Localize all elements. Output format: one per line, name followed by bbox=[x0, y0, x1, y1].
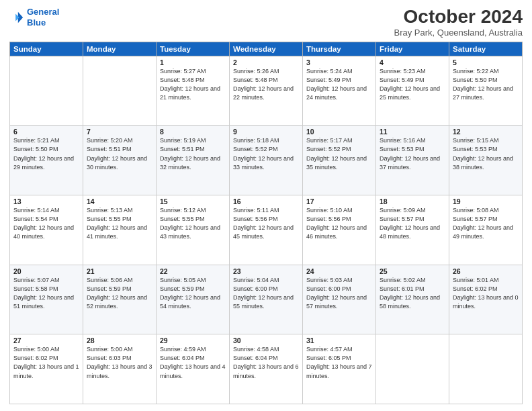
day-detail: Sunrise: 5:21 AM Sunset: 5:50 PM Dayligh… bbox=[13, 136, 79, 171]
day-detail: Sunrise: 5:00 AM Sunset: 6:03 PM Dayligh… bbox=[87, 345, 152, 380]
day-detail: Sunrise: 5:27 AM Sunset: 5:48 PM Dayligh… bbox=[160, 67, 226, 102]
day-number: 25 bbox=[380, 267, 445, 275]
day-cell: 14Sunrise: 5:13 AM Sunset: 5:55 PM Dayli… bbox=[83, 195, 157, 265]
week-row-2: 6Sunrise: 5:21 AM Sunset: 5:50 PM Daylig… bbox=[10, 126, 523, 195]
day-detail: Sunrise: 5:09 AM Sunset: 5:57 PM Dayligh… bbox=[380, 206, 445, 241]
week-row-5: 27Sunrise: 5:00 AM Sunset: 6:02 PM Dayli… bbox=[10, 334, 523, 404]
calendar-table: SundayMondayTuesdayWednesdayThursdayFrid… bbox=[9, 42, 523, 404]
week-row-3: 13Sunrise: 5:14 AM Sunset: 5:54 PM Dayli… bbox=[10, 195, 523, 265]
day-cell bbox=[376, 334, 449, 404]
week-row-1: 1Sunrise: 5:27 AM Sunset: 5:48 PM Daylig… bbox=[10, 56, 523, 126]
day-number: 21 bbox=[87, 267, 152, 275]
logo-icon bbox=[9, 10, 24, 25]
day-number: 10 bbox=[306, 128, 372, 136]
day-cell: 23Sunrise: 5:04 AM Sunset: 6:00 PM Dayli… bbox=[230, 265, 303, 334]
day-detail: Sunrise: 5:17 AM Sunset: 5:52 PM Dayligh… bbox=[306, 136, 372, 171]
title-block: October 2024 Bray Park, Queensland, Aust… bbox=[394, 7, 523, 38]
week-row-4: 20Sunrise: 5:07 AM Sunset: 5:58 PM Dayli… bbox=[10, 265, 523, 334]
day-detail: Sunrise: 5:00 AM Sunset: 6:02 PM Dayligh… bbox=[13, 345, 79, 380]
weekday-friday: Friday bbox=[376, 42, 449, 56]
day-number: 1 bbox=[160, 58, 226, 66]
location: Bray Park, Queensland, Australia bbox=[394, 28, 523, 38]
day-cell: 17Sunrise: 5:10 AM Sunset: 5:56 PM Dayli… bbox=[303, 195, 376, 265]
day-number: 29 bbox=[160, 336, 226, 345]
day-detail: Sunrise: 5:16 AM Sunset: 5:53 PM Dayligh… bbox=[380, 136, 445, 171]
day-detail: Sunrise: 4:59 AM Sunset: 6:04 PM Dayligh… bbox=[160, 345, 226, 380]
day-detail: Sunrise: 5:18 AM Sunset: 5:52 PM Dayligh… bbox=[233, 136, 299, 171]
day-number: 22 bbox=[160, 267, 226, 275]
day-detail: Sunrise: 5:14 AM Sunset: 5:54 PM Dayligh… bbox=[13, 206, 79, 241]
day-detail: Sunrise: 5:01 AM Sunset: 6:02 PM Dayligh… bbox=[453, 276, 519, 311]
day-number: 2 bbox=[233, 58, 299, 66]
day-detail: Sunrise: 5:07 AM Sunset: 5:58 PM Dayligh… bbox=[13, 276, 79, 311]
day-detail: Sunrise: 5:22 AM Sunset: 5:50 PM Dayligh… bbox=[453, 67, 519, 102]
day-number: 6 bbox=[13, 128, 79, 136]
day-number: 3 bbox=[306, 58, 372, 66]
logo: General Blue bbox=[9, 7, 59, 28]
day-cell: 13Sunrise: 5:14 AM Sunset: 5:54 PM Dayli… bbox=[10, 195, 83, 265]
day-cell: 25Sunrise: 5:02 AM Sunset: 6:01 PM Dayli… bbox=[376, 265, 449, 334]
day-cell: 1Sunrise: 5:27 AM Sunset: 5:48 PM Daylig… bbox=[157, 56, 230, 126]
day-cell: 16Sunrise: 5:11 AM Sunset: 5:56 PM Dayli… bbox=[230, 195, 303, 265]
day-detail: Sunrise: 5:06 AM Sunset: 5:59 PM Dayligh… bbox=[87, 276, 152, 311]
weekday-sunday: Sunday bbox=[10, 42, 83, 56]
day-cell: 28Sunrise: 5:00 AM Sunset: 6:03 PM Dayli… bbox=[83, 334, 157, 404]
day-cell bbox=[449, 334, 523, 404]
logo-line2: Blue bbox=[27, 17, 46, 28]
weekday-wednesday: Wednesday bbox=[230, 42, 303, 56]
day-detail: Sunrise: 5:15 AM Sunset: 5:53 PM Dayligh… bbox=[453, 136, 519, 171]
day-cell: 11Sunrise: 5:16 AM Sunset: 5:53 PM Dayli… bbox=[376, 126, 449, 195]
day-cell: 29Sunrise: 4:59 AM Sunset: 6:04 PM Dayli… bbox=[157, 334, 230, 404]
day-number: 28 bbox=[87, 336, 152, 345]
day-cell: 4Sunrise: 5:23 AM Sunset: 5:49 PM Daylig… bbox=[376, 56, 449, 126]
day-detail: Sunrise: 5:13 AM Sunset: 5:55 PM Dayligh… bbox=[87, 206, 152, 241]
day-number: 9 bbox=[233, 128, 299, 136]
day-detail: Sunrise: 5:10 AM Sunset: 5:56 PM Dayligh… bbox=[306, 206, 372, 241]
weekday-tuesday: Tuesday bbox=[157, 42, 230, 56]
day-cell: 21Sunrise: 5:06 AM Sunset: 5:59 PM Dayli… bbox=[83, 265, 157, 334]
day-number: 8 bbox=[160, 128, 226, 136]
day-cell: 19Sunrise: 5:08 AM Sunset: 5:57 PM Dayli… bbox=[449, 195, 523, 265]
month-title: October 2024 bbox=[394, 7, 523, 28]
day-cell: 12Sunrise: 5:15 AM Sunset: 5:53 PM Dayli… bbox=[449, 126, 523, 195]
day-number: 7 bbox=[87, 128, 152, 136]
day-cell: 22Sunrise: 5:05 AM Sunset: 5:59 PM Dayli… bbox=[157, 265, 230, 334]
day-cell: 2Sunrise: 5:26 AM Sunset: 5:48 PM Daylig… bbox=[230, 56, 303, 126]
day-cell: 15Sunrise: 5:12 AM Sunset: 5:55 PM Dayli… bbox=[157, 195, 230, 265]
day-detail: Sunrise: 5:23 AM Sunset: 5:49 PM Dayligh… bbox=[380, 67, 445, 102]
day-detail: Sunrise: 5:19 AM Sunset: 5:51 PM Dayligh… bbox=[160, 136, 226, 171]
day-cell bbox=[10, 56, 83, 126]
day-cell bbox=[83, 56, 157, 126]
day-number: 5 bbox=[453, 58, 519, 66]
day-cell: 7Sunrise: 5:20 AM Sunset: 5:51 PM Daylig… bbox=[83, 126, 157, 195]
day-detail: Sunrise: 5:04 AM Sunset: 6:00 PM Dayligh… bbox=[233, 276, 299, 311]
day-number: 17 bbox=[306, 197, 372, 205]
day-number: 16 bbox=[233, 197, 299, 205]
day-number: 4 bbox=[380, 58, 445, 66]
day-number: 30 bbox=[233, 336, 299, 345]
calendar-page: General Blue October 2024 Bray Park, Que… bbox=[0, 0, 532, 411]
day-detail: Sunrise: 5:11 AM Sunset: 5:56 PM Dayligh… bbox=[233, 206, 299, 241]
day-number: 15 bbox=[160, 197, 226, 205]
logo-text: General Blue bbox=[27, 7, 59, 28]
day-detail: Sunrise: 5:08 AM Sunset: 5:57 PM Dayligh… bbox=[453, 206, 519, 241]
day-number: 13 bbox=[13, 197, 79, 205]
day-cell: 31Sunrise: 4:57 AM Sunset: 6:05 PM Dayli… bbox=[303, 334, 376, 404]
day-number: 24 bbox=[306, 267, 372, 275]
day-number: 11 bbox=[380, 128, 445, 136]
day-cell: 24Sunrise: 5:03 AM Sunset: 6:00 PM Dayli… bbox=[303, 265, 376, 334]
day-detail: Sunrise: 5:24 AM Sunset: 5:49 PM Dayligh… bbox=[306, 67, 372, 102]
day-number: 19 bbox=[453, 197, 519, 205]
weekday-thursday: Thursday bbox=[303, 42, 376, 56]
day-number: 27 bbox=[13, 336, 79, 345]
day-cell: 30Sunrise: 4:58 AM Sunset: 6:04 PM Dayli… bbox=[230, 334, 303, 404]
day-cell: 20Sunrise: 5:07 AM Sunset: 5:58 PM Dayli… bbox=[10, 265, 83, 334]
logo-line1: General bbox=[27, 7, 59, 17]
day-detail: Sunrise: 5:12 AM Sunset: 5:55 PM Dayligh… bbox=[160, 206, 226, 241]
day-detail: Sunrise: 5:20 AM Sunset: 5:51 PM Dayligh… bbox=[87, 136, 152, 171]
day-detail: Sunrise: 4:57 AM Sunset: 6:05 PM Dayligh… bbox=[306, 345, 372, 380]
day-detail: Sunrise: 5:05 AM Sunset: 5:59 PM Dayligh… bbox=[160, 276, 226, 311]
day-cell: 5Sunrise: 5:22 AM Sunset: 5:50 PM Daylig… bbox=[449, 56, 523, 126]
header: General Blue October 2024 Bray Park, Que… bbox=[9, 7, 523, 38]
weekday-monday: Monday bbox=[83, 42, 157, 56]
